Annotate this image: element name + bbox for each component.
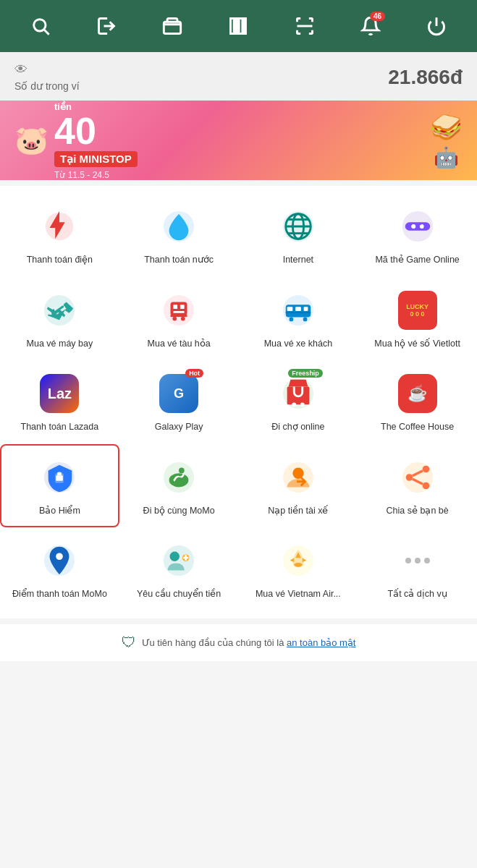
svg-rect-29 (180, 305, 185, 309)
banner-store: Tại MINISTOP (54, 151, 138, 167)
grid-item-vietnam-air[interactable]: Mua vé Vietnam Air... (239, 527, 358, 611)
svg-rect-5 (240, 19, 243, 34)
svg-point-31 (173, 316, 177, 320)
svg-rect-37 (295, 307, 301, 311)
grid-label-thanh-toan-dien: Thanh toán điện (27, 254, 93, 267)
svg-point-0 (33, 20, 45, 31)
hot-badge: Hot (185, 369, 203, 378)
svg-rect-3 (231, 19, 235, 34)
grid-item-thanh-toan-dien[interactable]: Thanh toán điện (0, 193, 119, 277)
svg-rect-48 (56, 475, 64, 481)
svg-point-24 (421, 227, 423, 229)
svg-rect-27 (171, 302, 187, 315)
grid-item-thanh-toan-nuoc[interactable]: Thanh toán nước (119, 193, 239, 277)
footer-link[interactable]: an toàn bảo mật (287, 637, 356, 648)
svg-point-62 (164, 545, 194, 576)
grid-item-di-cho[interactable]: Freeship Đi chợ online (239, 360, 358, 444)
search-icon[interactable] (25, 10, 56, 42)
coffee-icon: ☕ (398, 374, 437, 413)
grid-label-di-bo: Đi bộ cùng MoMo (143, 505, 215, 518)
svg-point-50 (169, 473, 189, 487)
power-icon[interactable] (421, 10, 452, 42)
grid-label-thanh-toan-nuoc: Thanh toán nước (144, 254, 214, 267)
svg-rect-4 (236, 19, 237, 34)
grid-item-mua-ve-xe-khach[interactable]: Mua vé xe khách (239, 277, 358, 361)
grid-label-lazada: Thanh toán Lazada (21, 421, 99, 434)
services-grid-section: Thanh toán điện Thanh toán nước (0, 186, 477, 618)
grid-label-vietnam-air: Mua vé Vietnam Air... (256, 588, 341, 601)
grid-label-mua-ho-ve-so: Mua hộ vé số Vietlott (374, 338, 460, 351)
svg-rect-30 (173, 310, 184, 312)
svg-rect-6 (245, 19, 246, 34)
grid-item-bao-hiem[interactable]: Bảo Hiểm (0, 444, 119, 528)
svg-point-32 (181, 316, 185, 320)
grid-label-mua-ve-may-bay: Mua vé máy bay (27, 338, 93, 351)
grid-label-yeu-cau: Yêu cầu chuyển tiền (137, 588, 221, 601)
grid-item-mua-ve-tau-hoa[interactable]: Mua vé tàu hỏa (119, 277, 239, 361)
grid-label-bao-hiem: Bảo Hiểm (39, 505, 80, 518)
galaxy-icon: G (159, 374, 198, 413)
bell-icon[interactable]: 46 (355, 10, 387, 42)
dots-icon (405, 544, 430, 577)
svg-point-39 (289, 317, 293, 321)
svg-point-23 (421, 224, 423, 226)
svg-rect-41 (286, 311, 311, 312)
grid-label-mua-ve-tau-hoa: Mua vé tàu hỏa (148, 338, 211, 351)
promo-banner[interactable]: 🐷 tiền 40 Tại MINISTOP Từ 11.5 - 24.5 🥪 … (0, 101, 477, 180)
grid-item-lazada[interactable]: Laz Thanh toán Lazada (0, 360, 119, 444)
svg-rect-36 (287, 307, 293, 311)
grid-label-internet: Internet (283, 254, 313, 267)
svg-rect-28 (173, 305, 177, 309)
grid-label-diem-thanh-toan: Điểm thanh toán MoMo (12, 588, 107, 601)
svg-point-61 (56, 553, 64, 560)
grid-item-tat-ca[interactable]: Tất cả dịch vụ (358, 527, 477, 611)
wallet-amount: 21.866đ (388, 66, 463, 89)
svg-point-55 (422, 465, 429, 472)
notification-badge: 46 (370, 12, 385, 21)
footer: 🛡 Ưu tiên hàng đầu của chúng tôi là an t… (0, 624, 477, 661)
svg-rect-35 (286, 305, 311, 317)
svg-point-57 (422, 482, 429, 489)
svg-point-44 (292, 402, 296, 407)
grid-item-coffee[interactable]: ☕ The Coffee House (358, 360, 477, 444)
login-icon[interactable] (90, 10, 122, 42)
grid-item-di-bo[interactable]: Đi bộ cùng MoMo (119, 444, 239, 528)
grid-item-chia-se[interactable]: Chia sẻ bạn bè (358, 444, 477, 528)
wallet-section: 👁 Số dư trong ví 21.866đ (0, 52, 477, 101)
grid-label-nap-tien: Nạp tiền tài xế (268, 505, 328, 518)
grid-label-chia-se: Chia sẻ bạn bè (387, 505, 449, 518)
svg-rect-38 (304, 307, 308, 311)
grid-label-ma-the-game: Mã thẻ Game Online (375, 254, 459, 267)
grid-item-mua-ho-ve-so[interactable]: LUCKY 0 0 0 Mua hộ vé số Vietlott (358, 277, 477, 361)
grid-item-galaxy[interactable]: G Hot Galaxy Play (119, 360, 239, 444)
eye-icon[interactable]: 👁 (14, 62, 80, 77)
grid-item-ma-the-game[interactable]: Mã thẻ Game Online (358, 193, 477, 277)
grid-item-mua-ve-may-bay[interactable]: Mua vé máy bay (0, 277, 119, 361)
grid-label-galaxy: Galaxy Play (155, 421, 203, 434)
grid-item-yeu-cau[interactable]: Yêu cầu chuyển tiền (119, 527, 239, 611)
services-grid: Thanh toán điện Thanh toán nước (0, 193, 477, 611)
freeship-badge: Freeship (288, 369, 323, 378)
svg-point-40 (303, 317, 308, 321)
svg-line-1 (44, 30, 48, 34)
top-nav: 46 (0, 0, 477, 52)
scan-icon[interactable] (289, 10, 321, 42)
barcode-icon[interactable] (222, 10, 254, 42)
grid-label-tat-ca: Tất cả dịch vụ (388, 588, 447, 601)
grid-item-nap-tien[interactable]: Nạp tiền tài xế (239, 444, 358, 528)
wallet-label: Số dư trong ví (14, 80, 80, 92)
grid-label-coffee: The Coffee House (381, 421, 454, 434)
svg-point-51 (179, 467, 185, 473)
banner-date: Từ 11.5 - 24.5 (54, 170, 138, 180)
shield-icon: 🛡 (122, 634, 136, 651)
grid-item-diem-thanh-toan[interactable]: Điểm thanh toán MoMo (0, 527, 119, 611)
grid-item-internet[interactable]: Internet (239, 193, 358, 277)
svg-point-63 (170, 552, 180, 561)
grid-label-di-cho: Đi chợ online (271, 421, 324, 434)
banner-big-text: 40 (54, 112, 138, 150)
lazada-icon: Laz (40, 374, 79, 413)
wallet-icon[interactable] (156, 10, 188, 42)
svg-point-56 (405, 474, 413, 481)
grid-label-mua-ve-xe-khach: Mua vé xe khách (264, 338, 333, 351)
lucky-icon: LUCKY 0 0 0 (398, 291, 437, 330)
